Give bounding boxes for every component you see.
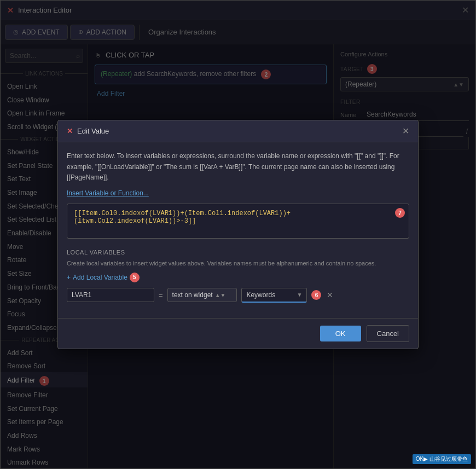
var-type-arrow: ▲▼ (215, 292, 226, 298)
add-local-var-icon: + (67, 274, 71, 281)
code-textarea[interactable] (67, 204, 409, 239)
code-area-wrapper: 7 (67, 204, 409, 240)
local-vars-section: LOCAL VARIABLES Create local variables t… (67, 249, 409, 303)
insert-variable-link[interactable]: Insert Variable or Function... (67, 189, 409, 197)
var-row-1: = text on widget ▲▼ Keywords ▼ 6 ✕ (67, 288, 409, 303)
main-window: ✕ Interaction Editor ✕ ◎ ADD EVENT ⊕ ADD… (0, 0, 476, 469)
local-vars-desc: Create local variables to insert widget … (67, 259, 409, 268)
modal-ok-button[interactable]: OK (320, 326, 361, 341)
modal-footer: OK Cancel (58, 318, 418, 349)
watermark: OK▶ 山谷见过顺带鱼 (413, 454, 471, 464)
modal-icon: ✕ (67, 127, 73, 135)
var-widget-arrow: ▼ (297, 292, 303, 298)
var-widget-value: Keywords (246, 291, 275, 299)
modal-cancel-button[interactable]: Cancel (367, 325, 409, 342)
modal-title: Edit Value (77, 127, 109, 135)
add-local-var-label: Add Local Variable (73, 274, 127, 281)
var-equals: = (159, 291, 163, 299)
var-type-select[interactable]: text on widget ▲▼ (167, 288, 237, 302)
local-vars-title: LOCAL VARIABLES (67, 249, 409, 256)
badge-6: 6 (311, 290, 321, 300)
badge-5: 5 (130, 273, 140, 282)
modal-description: Enter text below. To insert variables or… (67, 151, 409, 183)
modal-overlay: ✕ Edit Value ✕ Enter text below. To inse… (1, 1, 475, 468)
var-name-input[interactable] (67, 288, 154, 302)
modal-header: ✕ Edit Value ✕ (58, 120, 418, 142)
var-widget-dropdown[interactable]: Keywords ▼ (241, 288, 307, 303)
var-type-label: text on widget (172, 291, 213, 299)
modal-body: Enter text below. To insert variables or… (58, 142, 418, 317)
add-local-variable-button[interactable]: + Add Local Variable 5 (67, 273, 409, 282)
var-delete-button[interactable]: ✕ (326, 289, 334, 300)
modal-close-button[interactable]: ✕ (402, 126, 409, 136)
badge-7: 7 (395, 208, 405, 218)
edit-value-modal: ✕ Edit Value ✕ Enter text below. To inse… (57, 120, 419, 349)
